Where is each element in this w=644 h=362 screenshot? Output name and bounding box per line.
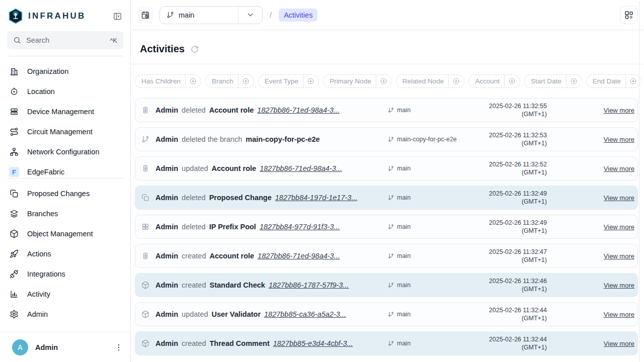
add-filter-icon[interactable] (238, 75, 254, 87)
filter-chip-event-type[interactable]: Event Type (258, 74, 319, 88)
sidebar-item-object-management[interactable]: Object Management (0, 224, 130, 244)
add-filter-icon[interactable] (448, 75, 464, 87)
refresh-icon[interactable] (191, 45, 199, 53)
view-more-link[interactable]: View more (604, 223, 634, 231)
sidebar-item-integrations[interactable]: Integrations (0, 264, 130, 284)
grid-icon (141, 223, 149, 231)
add-filter-icon[interactable] (185, 75, 201, 87)
branch-name: main (397, 311, 411, 318)
sidebar-item-branches[interactable]: Branches (0, 204, 130, 224)
sidebar-item-network-configuration[interactable]: Network Configuration (0, 142, 130, 162)
network-icon (9, 147, 19, 157)
actor: Admin (155, 252, 178, 260)
infrahub-logo-icon (8, 8, 23, 24)
object-id-link[interactable]: 1827bb84-977d-91f3-3... (260, 223, 340, 231)
view-more-link[interactable]: View more (604, 165, 634, 172)
sidebar-item-label: Branches (27, 210, 58, 218)
search-input[interactable]: Search ^K (7, 31, 123, 49)
sidebar-item-edgefabric[interactable]: F EdgeFabric (0, 162, 130, 178)
sidebar-item-proposed-changes[interactable]: Proposed Changes (0, 184, 130, 204)
activity-row: Admin deleted Account role 1827bb86-71ed… (135, 98, 638, 122)
branch-name: main (397, 165, 411, 172)
breadcrumb-activities[interactable]: Activities (279, 9, 317, 22)
sidebar-item-location[interactable]: Location (0, 81, 130, 102)
copy-icon (9, 189, 19, 199)
timestamp: 2025-02-26 11:32:49(GMT+1) (473, 190, 547, 206)
view-more-link[interactable]: View more (604, 136, 634, 143)
filter-chip-primary-node[interactable]: Primary Node (323, 74, 392, 88)
object-id-link[interactable]: 1827bb85-e3d4-4cbf-3... (273, 339, 353, 347)
user-menu-kebab-icon[interactable] (114, 343, 123, 352)
add-filter-icon[interactable] (566, 75, 582, 87)
sidebar-item-circuit-management[interactable]: Circuit Management (0, 122, 130, 142)
branch-name: main (397, 194, 411, 201)
sidebar-item-admin[interactable]: Admin (0, 304, 130, 324)
branch-cell: main (388, 282, 473, 289)
filter-bar: Has Children Branch Event Type Primary N… (131, 64, 644, 88)
sidebar-item-organization[interactable]: Organization (0, 61, 130, 81)
object-id-link[interactable]: 1827bb86-71ed-98a4-3... (260, 164, 342, 172)
filter-chip-related-node[interactable]: Related Node (396, 74, 465, 88)
view-more-link[interactable]: View more (604, 311, 634, 318)
activity-message: Admin deleted IP Prefix Pool 1827bb84-97… (155, 223, 388, 231)
view-more-link[interactable]: View more (604, 282, 634, 289)
action: deleted (182, 106, 206, 114)
view-more-link[interactable]: View more (604, 252, 634, 260)
idbadge-icon (141, 252, 149, 260)
actor: Admin (155, 194, 178, 202)
sidebar-item-label: Network Configuration (27, 148, 99, 156)
branch-name: main (397, 223, 411, 230)
brand-title: INFRAHUB (28, 11, 108, 21)
sidebar-item-activity[interactable]: Activity (0, 284, 130, 304)
actor: Admin (155, 281, 178, 289)
view-more-link[interactable]: View more (604, 340, 634, 347)
action: created (182, 252, 206, 260)
date-picker-button[interactable] (137, 7, 153, 23)
sidebar-item-device-management[interactable]: Device Management (0, 102, 130, 122)
components-button[interactable] (620, 6, 638, 24)
object-id-link[interactable]: 1827bb86-71ed-98a4-3... (258, 252, 340, 260)
activity-row: Admin created Standard Check 1827bb86-17… (135, 273, 638, 297)
branch-dropdown-toggle[interactable] (238, 7, 262, 24)
chart-icon (9, 289, 19, 299)
object-id-link[interactable]: 1827bb85-ca36-a5a2-3... (264, 310, 346, 318)
object-type: IP Prefix Pool (209, 223, 256, 231)
view-more-link[interactable]: View more (604, 107, 634, 114)
activity-row: Admin deleted Proposed Change 1827bb84-1… (135, 186, 638, 210)
sidebar-item-actions[interactable]: Actions (0, 244, 130, 264)
filter-chip-end-date[interactable]: End Date (586, 74, 641, 88)
add-filter-icon[interactable] (303, 75, 318, 87)
filter-chip-branch[interactable]: Branch (205, 74, 254, 88)
action: deleted (182, 223, 206, 231)
object-id-link[interactable]: 1827bb86-71ed-98a4-3... (257, 106, 340, 114)
sidebar-collapse-icon[interactable] (113, 12, 122, 21)
activity-row: Admin created Thread Comment 1827bb85-e3… (135, 331, 638, 355)
add-filter-icon[interactable] (376, 75, 391, 87)
branch-cell: main (388, 165, 473, 172)
timestamp: 2025-02-26 11:32:44(GMT+1) (473, 306, 547, 323)
filter-chip-start-date[interactable]: Start Date (524, 74, 582, 88)
cube-icon (141, 310, 149, 318)
object-id-link[interactable]: 1827bb86-1787-57f9-3... (269, 281, 349, 289)
filter-chip-account[interactable]: Account (468, 74, 520, 88)
action: created (182, 281, 206, 289)
layers-icon (9, 209, 19, 219)
scrollbar[interactable] (639, 1, 639, 362)
filter-chip-has-children[interactable]: Has Children (135, 74, 201, 88)
cube-icon (9, 229, 19, 239)
activity-message: Admin updated Account role 1827bb86-71ed… (155, 164, 388, 172)
object-id-link[interactable]: 1827bb84-197d-1e17-3... (275, 194, 358, 202)
activity-list: Admin deleted Account role 1827bb86-71ed… (131, 88, 644, 355)
sidebar-item-label: Actions (27, 250, 51, 258)
branch-cell: main-copy-for-pc-e2e (388, 136, 473, 143)
sidebar-item-label: Object Management (27, 230, 93, 238)
server-icon (9, 107, 19, 117)
activity-message: Admin deleted Account role 1827bb86-71ed… (155, 106, 388, 114)
view-more-link[interactable]: View more (604, 194, 634, 202)
copy-icon (141, 194, 149, 202)
branch-selector[interactable]: main (159, 6, 263, 24)
branch-cell: main (388, 311, 473, 318)
main-area: main / Activities Activities Has Childre… (131, 0, 644, 362)
sidebar-section-primary: Organization Location Device Management … (0, 56, 130, 178)
add-filter-icon[interactable] (504, 75, 520, 87)
